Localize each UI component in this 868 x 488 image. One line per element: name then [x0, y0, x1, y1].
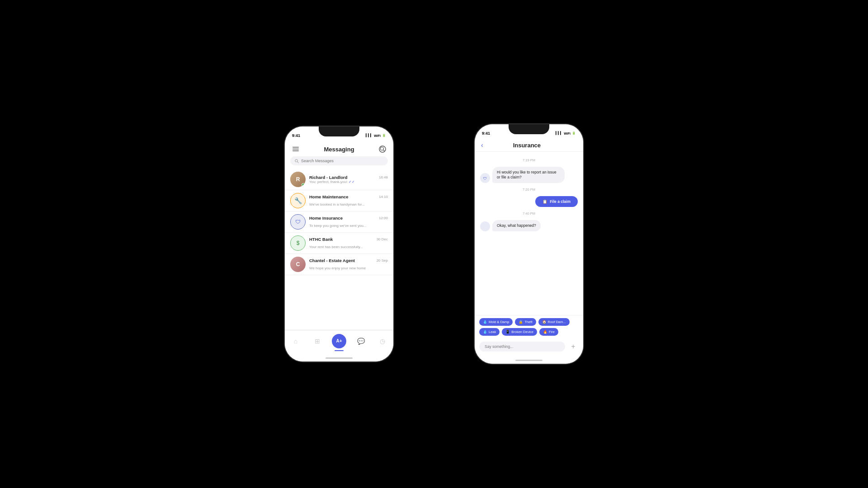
wifi-icon-right: WiFi — [564, 132, 571, 135]
conv-item-maintenance[interactable]: 🔧 Home Maintenance 14:10 We've booked in… — [285, 190, 393, 211]
plus-button[interactable]: + — [568, 341, 579, 352]
conv-top-chantel: Chantel - Estate Agent 20 Sep — [309, 258, 388, 263]
messaging-title: Messaging — [300, 146, 378, 153]
chip-roof[interactable]: 🏠 Roof Dam... — [538, 318, 570, 326]
message-input-bar: + — [475, 338, 583, 357]
back-icon[interactable]: ‹ — [481, 141, 483, 149]
conv-name-maintenance: Home Maintenance — [309, 194, 349, 199]
conv-preview-chantel: We hope you enjoy your new home — [309, 266, 366, 270]
nav-grid[interactable]: ⊞ — [310, 334, 325, 348]
quick-replies: 💧 Mold & Damp 🔒 Theft 🏠 Roof Dam... 💧 Le… — [475, 315, 583, 338]
home-indicator-left — [285, 354, 393, 361]
msg-row-2: 📋 File a claim — [480, 196, 578, 207]
chip-leak[interactable]: 💧 Leak — [479, 328, 500, 336]
chip-roof-label: Roof Dam... — [548, 320, 566, 324]
avatar-bank: $ — [290, 235, 306, 251]
msg-bubble-1: Hi would you like to report an issue or … — [492, 167, 565, 183]
msg-row-1: 🛡 Hi would you like to report an issue o… — [480, 167, 578, 183]
message-input[interactable] — [479, 342, 565, 352]
conv-item-richard[interactable]: R Richard - Landlord 16:48 You: perfect,… — [285, 169, 393, 190]
svg-rect-0 — [292, 147, 299, 148]
chip-fire-icon: 🔥 — [543, 330, 547, 334]
home-bar-left — [326, 357, 353, 359]
conv-preview-bank: Your rent has been successfully... — [309, 245, 363, 249]
messaging-screen: 9:41 ▎▎▎ WiFi 🔋 Messaging — [285, 127, 393, 361]
chip-broken-device-label: Broken Device — [511, 330, 533, 334]
chip-theft[interactable]: 🔒 Theft — [515, 318, 536, 326]
conv-item-bank[interactable]: $ HTHC Bank 30 Dec Your rent has been su… — [285, 233, 393, 254]
grid-icon: ⊞ — [315, 338, 320, 345]
avatar-chantel: C — [290, 257, 306, 272]
conv-time-bank: 30 Dec — [377, 237, 388, 241]
search-bar[interactable] — [290, 156, 388, 165]
svg-point-10 — [482, 224, 488, 229]
conv-name-chantel: Chantel - Estate Agent — [309, 258, 355, 263]
nav-home[interactable]: ⌂ — [288, 334, 303, 348]
signal-icon: ▎▎▎ — [366, 134, 373, 137]
wifi-icon: WiFi — [374, 134, 381, 137]
msg-time-1: 7:19 PM — [480, 158, 578, 162]
conv-top-maintenance: Home Maintenance 14:10 — [309, 194, 388, 199]
online-badge-richard — [302, 183, 305, 187]
tick-icon-richard: ✓✓ — [349, 180, 355, 184]
notch-left — [319, 127, 359, 136]
svg-text:🛡: 🛡 — [483, 177, 487, 181]
hamburger-icon[interactable] — [291, 145, 300, 154]
nav-message-active[interactable]: A+ — [332, 334, 346, 348]
nav-history[interactable]: ◷ — [375, 334, 390, 348]
conv-time-insurance: 12:00 — [379, 216, 388, 220]
conv-top-insurance: Home Insurance 12:00 — [309, 216, 388, 221]
conv-time-maintenance: 14:10 — [379, 195, 388, 199]
home-bar-right — [515, 360, 542, 361]
insurance-phone: 9:41 ▎▎▎ WiFi 🔋 ‹ Insurance 7:19 PM 🛡 — [475, 124, 583, 364]
conv-content-bank: HTHC Bank 30 Dec Your rent has been succ… — [309, 237, 388, 250]
conv-item-chantel[interactable]: C Chantel - Estate Agent 20 Sep We hope … — [285, 254, 393, 275]
chip-theft-icon: 🔒 — [519, 320, 523, 324]
conv-item-insurance[interactable]: 🛡 Home Insurance 12:00 To keep you going… — [285, 211, 393, 233]
msg-row-3: Okay, what happened? — [480, 220, 578, 231]
messaging-phone: 9:41 ▎▎▎ WiFi 🔋 Messaging — [285, 127, 393, 361]
battery-icon-right: 🔋 — [572, 131, 576, 135]
svg-line-7 — [297, 161, 298, 162]
conv-name-insurance: Home Insurance — [309, 216, 343, 221]
svg-line-5 — [383, 150, 385, 151]
conv-top-bank: HTHC Bank 30 Dec — [309, 237, 388, 242]
chip-broken-device[interactable]: 📱 Broken Device — [502, 328, 537, 336]
search-circle-icon[interactable] — [378, 145, 387, 154]
conv-preview-maintenance: We've booked in a handyman for... — [309, 202, 365, 206]
chip-mold-label: Mold & Damp — [489, 320, 509, 324]
svg-rect-2 — [292, 150, 299, 151]
notch-right — [509, 124, 549, 134]
time-right: 9:41 — [482, 131, 490, 136]
status-icons-left: ▎▎▎ WiFi 🔋 — [366, 134, 386, 137]
chip-broken-device-icon: 📱 — [505, 330, 510, 334]
msg-time-3: 7:40 PM — [480, 211, 578, 216]
msg-time-2: 7:20 PM — [480, 188, 578, 192]
conv-time-chantel: 20 Sep — [377, 258, 388, 263]
search-input[interactable] — [301, 159, 383, 163]
chip-fire[interactable]: 🔥 Fire — [539, 328, 558, 336]
conv-preview-insurance: To keep you going we've sent you... — [309, 224, 367, 228]
svg-rect-1 — [292, 149, 299, 150]
time-left: 9:41 — [292, 133, 300, 138]
chip-leak-label: Leak — [489, 330, 496, 334]
nav-chat[interactable]: 💬 — [354, 334, 368, 348]
battery-icon: 🔋 — [382, 134, 386, 137]
bottom-nav: ⌂ ⊞ A+ 💬 ◷ — [285, 330, 393, 354]
conv-name-richard: Richard - Landlord — [309, 175, 347, 180]
chip-mold[interactable]: 💧 Mold & Damp — [479, 318, 513, 326]
insurance-chat-header: ‹ Insurance — [475, 139, 583, 152]
file-claim-label: File a claim — [550, 199, 571, 204]
insurance-screen: 9:41 ▎▎▎ WiFi 🔋 ‹ Insurance 7:19 PM 🛡 — [475, 124, 583, 364]
conv-name-bank: HTHC Bank — [309, 237, 333, 242]
messaging-header: Messaging — [285, 141, 393, 156]
nav-active-indicator — [335, 350, 344, 351]
signal-icon-right: ▎▎▎ — [556, 131, 562, 135]
avatar-insurance: 🛡 — [290, 214, 306, 230]
history-icon: ◷ — [380, 338, 385, 345]
file-claim-button[interactable]: 📋 File a claim — [535, 196, 578, 207]
chat-icon: 💬 — [357, 338, 365, 345]
chip-mold-icon: 💧 — [483, 320, 487, 324]
scene: 9:41 ▎▎▎ WiFi 🔋 Messaging — [0, 0, 868, 488]
chip-theft-label: Theft — [524, 320, 532, 324]
